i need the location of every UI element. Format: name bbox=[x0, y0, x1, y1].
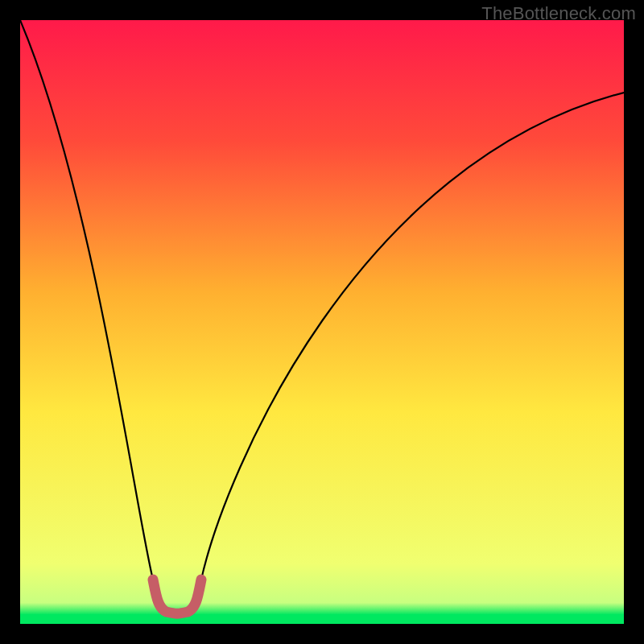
bottleneck-curve-svg bbox=[20, 20, 624, 624]
plot-area bbox=[20, 20, 624, 624]
chart-frame: TheBottleneck.com bbox=[0, 0, 644, 644]
watermark-text: TheBottleneck.com bbox=[481, 3, 636, 24]
green-baseline-band bbox=[20, 614, 624, 624]
